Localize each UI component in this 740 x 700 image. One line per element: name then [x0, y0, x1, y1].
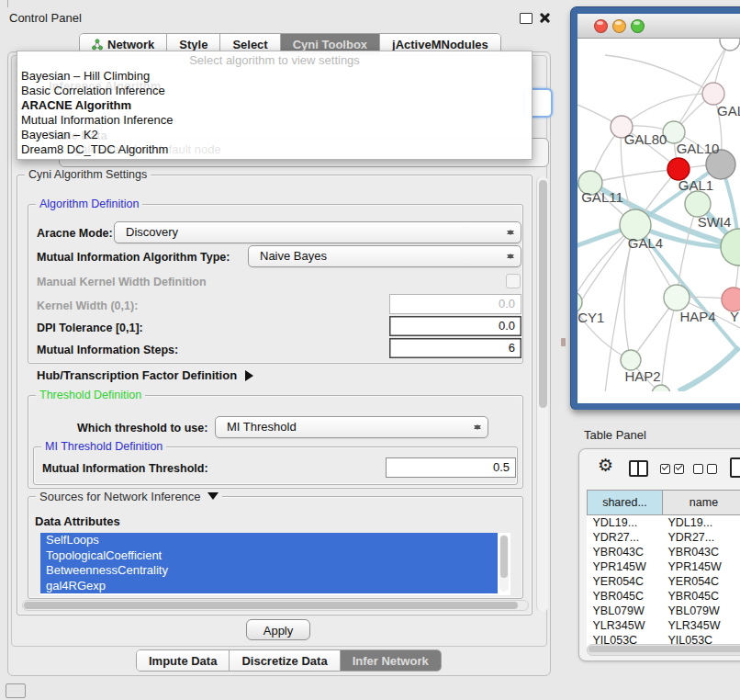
table-cell[interactable]: YPR145W: [663, 559, 740, 574]
algorithm-dropdown-popup: Select algorithm to view settings Bayesi…: [17, 51, 533, 160]
network-node[interactable]: [721, 229, 740, 265]
node-label-hap4: HAP4: [679, 309, 715, 324]
network-canvas[interactable]: GALGAL80GAL10GAL1GAL11SWI4GAL4GCY1HAP4YH…: [577, 39, 740, 391]
mi-type-combobox[interactable]: Naive Bayes: [248, 245, 521, 267]
table-cell[interactable]: YBL079W: [663, 604, 740, 618]
settings-vertical-scrollbar: [536, 176, 548, 612]
which-threshold-combobox[interactable]: MI Threshold: [215, 416, 488, 438]
table-hscroll-thumb[interactable]: [589, 646, 740, 652]
attribute-item-topologicalcoefficient[interactable]: TopologicalCoefficient: [40, 548, 498, 564]
zoom-window-icon[interactable]: [631, 19, 645, 33]
tab-label: Network: [107, 38, 154, 51]
dpi-tolerance-field[interactable]: 0.0: [389, 316, 521, 336]
mi-steps-field[interactable]: 6: [389, 338, 521, 358]
table-cell[interactable]: YDL19...: [588, 515, 663, 531]
tab-label: Impute Data: [149, 654, 217, 668]
table-row[interactable]: YBR045CYBR045C9.: [588, 589, 740, 604]
dropdown-item-mutual-information-inference[interactable]: Mutual Information Inference: [17, 113, 532, 128]
select-all-checkboxes-icon[interactable]: [660, 464, 684, 474]
network-edge[interactable]: [677, 204, 698, 298]
network-edge[interactable]: [661, 298, 677, 391]
table-cell[interactable]: YBR043C: [663, 545, 740, 559]
network-node-hap2[interactable]: [621, 350, 641, 370]
network-node[interactable]: [720, 39, 740, 51]
attribute-item-gal4rgexp[interactable]: gal4RGexp: [40, 579, 498, 594]
attribute-item-selfloops[interactable]: SelfLoops: [40, 533, 498, 548]
tab-label: Select: [232, 38, 267, 51]
table-cell[interactable]: YPR145W: [588, 559, 663, 574]
combo-arrows-icon: [507, 248, 514, 265]
network-edge[interactable]: [622, 94, 713, 127]
apply-button[interactable]: Apply: [246, 619, 310, 640]
dropdown-item-dream8-dc-tdc-algorithm[interactable]: Dream8 DC_TDC Algorithm: [17, 142, 532, 157]
attributes-scrollbar: [499, 535, 509, 592]
attributes-scroll-thumb[interactable]: [500, 536, 508, 578]
aracne-mode-combobox[interactable]: Discovery: [114, 221, 521, 243]
table-cell[interactable]: YBL079W: [588, 604, 663, 618]
splitter-handle[interactable]: [561, 338, 566, 346]
table-cell[interactable]: YER054C: [588, 574, 663, 589]
close-window-icon[interactable]: [594, 19, 608, 33]
bottom-tabbar: Impute DataDiscretize DataInfer Network: [136, 649, 442, 672]
settings-vscroll-thumb[interactable]: [539, 180, 547, 408]
table-row[interactable]: YDL19...YDL19...13: [588, 515, 740, 531]
network-node[interactable]: [652, 385, 670, 391]
dropdown-item-aracne-algorithm[interactable]: ARACNE Algorithm: [17, 98, 532, 113]
application-desktop: Control Panel NetworkStyleSelectCyni Too…: [0, 0, 740, 700]
table-cell[interactable]: YDL19...: [663, 515, 740, 531]
tab-impute-data[interactable]: Impute Data: [137, 650, 230, 671]
table-cell[interactable]: YER054C: [663, 574, 740, 589]
mi-steps-label: Mutual Information Steps:: [37, 344, 178, 356]
table-row[interactable]: YBR043CYBR043C: [588, 545, 740, 559]
mi-threshold-definition-title: MI Threshold Definition: [41, 440, 166, 453]
float-window-icon[interactable]: [520, 13, 533, 24]
mi-type-value: Naive Bayes: [260, 249, 327, 263]
table-row[interactable]: YLR345WYLR345W9.: [588, 618, 740, 633]
tab-discretize-data[interactable]: Discretize Data: [230, 650, 340, 671]
close-icon[interactable]: [538, 12, 551, 24]
collapsed-panel-button[interactable]: [6, 683, 26, 698]
sources-group-title[interactable]: Sources for Network Inference: [36, 490, 222, 505]
minimize-window-icon[interactable]: [612, 19, 626, 33]
network-node-hap4[interactable]: [664, 285, 690, 310]
network-node-gal[interactable]: [702, 83, 724, 105]
file-icon[interactable]: [730, 457, 740, 478]
column-header-shared[interactable]: shared...: [588, 491, 663, 515]
table-cell[interactable]: YDR27...: [588, 530, 663, 545]
deselect-all-checkboxes-icon[interactable]: [693, 464, 717, 474]
settings-hscroll-thumb[interactable]: [24, 602, 518, 609]
table-cell[interactable]: YBR045C: [663, 589, 740, 604]
network-edge[interactable]: [605, 55, 713, 94]
table-row[interactable]: YDR27...YDR27...12: [588, 530, 740, 545]
split-columns-icon[interactable]: [629, 460, 648, 477]
node-label-gal4: GAL4: [628, 235, 663, 251]
table-cell[interactable]: YDR27...: [663, 530, 740, 545]
dropdown-item-bayesian-hill-climbing[interactable]: Bayesian – Hill Climbing: [17, 69, 532, 84]
attribute-item-betweennesscentrality[interactable]: BetweennessCentrality: [40, 563, 498, 579]
node-label-gal1: GAL1: [678, 177, 713, 193]
table-cell[interactable]: YLR345W: [663, 618, 740, 633]
dropdown-item-bayesian-k2[interactable]: Bayesian – K2: [17, 128, 532, 142]
table-horizontal-scrollbar: [587, 644, 740, 656]
table-row[interactable]: YBL079WYBL079W: [588, 604, 740, 618]
table-cell[interactable]: YLR345W: [588, 618, 663, 633]
dropdown-item-basic-correlation-inference[interactable]: Basic Correlation Inference: [17, 84, 532, 98]
tab-infer-network[interactable]: Infer Network: [341, 650, 441, 671]
hub-definition-label: Hub/Transcription Factor Definition: [37, 368, 237, 382]
network-edge[interactable]: [590, 169, 678, 183]
network-edge[interactable]: [678, 347, 739, 391]
table-row[interactable]: YER054CYER054C8.: [588, 574, 740, 589]
network-window-titlebar[interactable]: [577, 14, 740, 39]
settings-gear-icon[interactable]: ⚙: [598, 457, 613, 475]
table-cell[interactable]: YBR045C: [588, 589, 663, 604]
table-cell[interactable]: YBR043C: [588, 545, 663, 559]
table-row[interactable]: YPR145WYPR145W9.: [588, 559, 740, 574]
algorithm-definition-title: Algorithm Definition: [36, 198, 142, 210]
mi-threshold-field[interactable]: 0.5: [386, 457, 516, 478]
kernel-width-field: 0.0: [389, 294, 521, 314]
hub-definition-expander[interactable]: Hub/Transcription Factor Definition: [37, 368, 259, 382]
node-label-gcy1: GCY1: [577, 310, 604, 325]
network-node-swi4[interactable]: [685, 191, 711, 217]
column-header-name[interactable]: name: [663, 491, 740, 515]
node-label-y: Y: [730, 309, 739, 324]
